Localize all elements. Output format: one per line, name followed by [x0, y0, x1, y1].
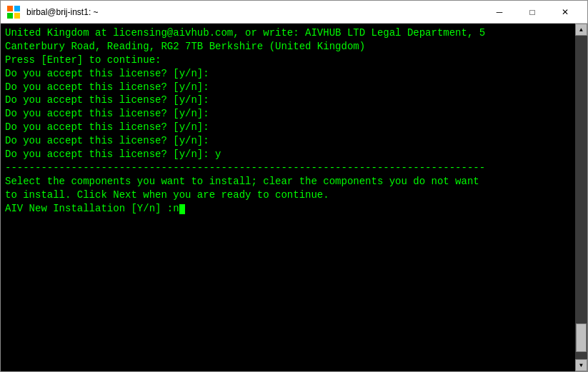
terminal-line: Do you accept this license? [y/n]: y [5, 148, 571, 161]
scroll-up-button[interactable]: ▲ [575, 24, 587, 36]
terminal-line: United Kingdom at licensing@aivhub.com, … [5, 26, 571, 40]
terminal-line: Do you accept this license? [y/n]: [5, 107, 571, 121]
terminal-line: to install. Click Next when you are read… [5, 188, 571, 202]
terminal-line: Do you accept this license? [y/n]: [5, 81, 571, 94]
terminal-line: Select the components you want to instal… [5, 175, 571, 188]
svg-rect-3 [14, 13, 20, 19]
restore-button[interactable]: □ [516, 1, 549, 24]
terminal-line: Do you accept this license? [y/n]: [5, 94, 571, 107]
terminal-line: AIV New Installation [Y/n] :n [5, 202, 571, 216]
terminal-line: Do you accept this license? [y/n]: [5, 134, 571, 148]
terminal-container: United Kingdom at licensing@aivhub.com, … [1, 24, 587, 371]
minimize-button[interactable]: ─ [483, 1, 516, 24]
svg-rect-2 [7, 13, 13, 19]
app-icon [6, 5, 21, 19]
terminal-window: birbal@brij-inst1: ~ ─ □ ✕ United Kingdo… [0, 0, 588, 372]
terminal-line: Press [Enter] to continue: [5, 54, 571, 67]
window-title: birbal@brij-inst1: ~ [26, 7, 483, 17]
terminal-output[interactable]: United Kingdom at licensing@aivhub.com, … [1, 24, 575, 371]
scroll-down-button[interactable]: ▼ [575, 359, 587, 371]
window-controls: ─ □ ✕ [483, 1, 582, 24]
terminal-line: ----------------------------------------… [5, 161, 571, 175]
terminal-line: Do you accept this license? [y/n]: [5, 121, 571, 134]
terminal-cursor [179, 204, 185, 214]
scrollbar-track[interactable] [575, 36, 587, 359]
svg-rect-0 [7, 6, 13, 11]
terminal-line: Canterbury Road, Reading, RG2 7TB Berksh… [5, 40, 571, 54]
terminal-line: Do you accept this license? [y/n]: [5, 67, 571, 81]
scrollbar[interactable]: ▲ ▼ [575, 24, 587, 371]
titlebar: birbal@brij-inst1: ~ ─ □ ✕ [1, 1, 587, 24]
scrollbar-thumb[interactable] [576, 323, 587, 352]
svg-rect-1 [14, 6, 20, 11]
close-button[interactable]: ✕ [549, 1, 582, 24]
